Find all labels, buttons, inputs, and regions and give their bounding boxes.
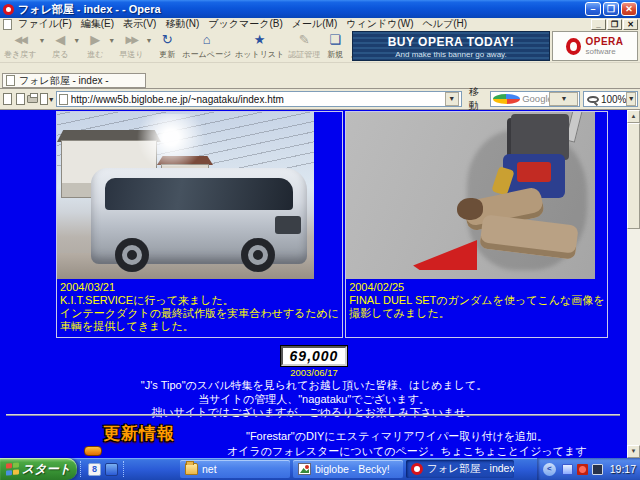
nav-button-partial[interactable] (84, 446, 102, 456)
page-icon (6, 75, 15, 86)
menu-bar: ファイル(F) 編集(E) 表示(V) 移動(N) ブックマーク(B) メール(… (0, 18, 640, 30)
scroll-down-button[interactable]: ▼ (627, 445, 640, 458)
forward-icon: ▶ (90, 32, 100, 48)
rewind-button[interactable]: ◀◀ 巻き戻す (2, 31, 38, 61)
url-history-dropdown[interactable]: ▼ (445, 92, 459, 106)
refresh-icon: ↻ (162, 32, 173, 48)
magnifier-icon (587, 96, 599, 103)
menu-file[interactable]: ファイル(F) (18, 17, 72, 31)
mdi-restore-button[interactable]: ❐ (607, 19, 622, 30)
quicklaunch-app-icon[interactable]: 8 (88, 463, 101, 476)
taskbar-window-opera[interactable]: フォレ部屋 - index- .. (406, 460, 514, 478)
address-bar: ▼ http://www5b.biglobe.ne.jp/~nagataku/i… (0, 89, 640, 110)
opera-logo-icon (566, 38, 581, 55)
mdi-minimize-button[interactable]: _ (591, 19, 606, 30)
system-tray: < 19:17 (537, 458, 640, 480)
fast-forward-icon: ▶▶ (126, 32, 137, 48)
new-page-button[interactable]: ❏ 新規 (322, 31, 348, 61)
update-info-line: "Forestar"のDIYにエスティマリアワイパー取り付けを追加。 (246, 429, 548, 444)
mdi-close-button[interactable]: ✕ (623, 19, 638, 30)
chevron-down-icon[interactable]: ▼ (145, 37, 152, 44)
tray-app-icon[interactable] (577, 464, 588, 475)
zoom-value: 100% (601, 94, 627, 105)
tab-fore-heya[interactable]: フォレ部屋 - index - (2, 73, 146, 88)
zoom-control[interactable]: 100% ▼ (583, 91, 638, 107)
scrollbar-thumb[interactable] (627, 123, 640, 229)
close-button[interactable]: ✕ (621, 2, 637, 16)
search-placeholder: Googleで検索 (522, 93, 549, 106)
back-button[interactable]: ◀ 戻る (47, 31, 73, 61)
menu-edit[interactable]: 編集(E) (81, 17, 114, 31)
menu-window[interactable]: ウィンドウ(W) (346, 17, 413, 31)
main-toolbar: ◀◀ 巻き戻す ▼ ◀ 戻る ▼ ▶ 進む ▼ ▶▶ 早送り ▼ ↻ 更新 (0, 30, 640, 63)
restore-button[interactable]: ❐ (603, 2, 619, 16)
page-dropdown-icon[interactable]: ▼ (40, 91, 55, 107)
print-icon[interactable] (27, 91, 39, 107)
new-page-icon[interactable] (2, 91, 14, 107)
hotlist-button[interactable]: ★ ホットリスト (233, 31, 286, 61)
car-shape (91, 168, 307, 264)
taskbar-window-becky[interactable]: biglobe - Becky! (293, 460, 403, 478)
forward-button[interactable]: ▶ 進む (82, 31, 108, 61)
zoom-dropdown[interactable]: ▼ (626, 92, 636, 106)
taskbar-window-net[interactable]: net (180, 460, 290, 478)
chevron-down-icon[interactable]: ▼ (73, 37, 80, 44)
home-icon: ⌂ (203, 32, 211, 48)
start-label: スタート (22, 461, 71, 478)
folder-icon (185, 463, 198, 475)
photo-post-table: 2004/03/21 K.I.T.SERVICEに行って来ました。 インテークダ… (56, 111, 610, 338)
tray-chevron-icon[interactable]: < (543, 463, 556, 476)
back-icon: ◀ (55, 32, 65, 48)
post-caption: 2004/03/21 K.I.T.SERVICEに行って来ました。 インテークダ… (57, 279, 342, 337)
image-icon (298, 463, 311, 475)
quicklaunch-separator (123, 461, 126, 477)
gundam-photo (346, 112, 595, 279)
tray-app-icon[interactable] (562, 464, 573, 475)
post-cell: 2004/02/25 FINAL DUEL SETのガンダムを使ってこんな画像を… (345, 111, 608, 338)
buy-opera-banner[interactable]: BUY OPERA TODAY! And make this banner go… (352, 31, 550, 61)
web-page-content: 2004/03/21 K.I.T.SERVICEに行って来ました。 インテークダ… (0, 110, 640, 458)
counter-since-date: 2003/06/17 (0, 367, 628, 378)
page-icon (59, 94, 68, 105)
menu-view[interactable]: 表示(V) (123, 17, 156, 31)
mdi-window-controls: _ ❐ ✕ (590, 19, 638, 30)
update-info-line: オイラのフォレスターについてのページ。ちょこちょことイジってます (227, 444, 586, 458)
post-caption: 2004/02/25 FINAL DUEL SETのガンダムを使ってこんな画像を… (346, 279, 607, 324)
scroll-up-button[interactable]: ▲ (627, 110, 640, 123)
post-date: 2004/02/25 (349, 281, 604, 294)
menu-navigation[interactable]: 移動(N) (165, 17, 199, 31)
update-info-heading: 更新情報 (103, 422, 175, 445)
fast-forward-button[interactable]: ▶▶ 早送り (117, 31, 145, 61)
images-toggle-icon[interactable] (15, 91, 27, 107)
refresh-button[interactable]: ↻ 更新 (154, 31, 180, 61)
opera-logo-name: OPERA (585, 37, 623, 47)
chevron-down-icon[interactable]: ▼ (38, 37, 45, 44)
quicklaunch-separator (80, 461, 83, 477)
clock: 19:17 (610, 463, 636, 475)
start-button[interactable]: スタート (0, 458, 77, 480)
opera-icon (411, 463, 423, 475)
new-document-icon: ❏ (329, 32, 341, 48)
quicklaunch-app-icon[interactable] (105, 463, 118, 476)
desktop: フォレ部屋 - index - - Opera – ❐ ✕ ファイル(F) 編集… (0, 0, 640, 480)
vertical-scrollbar[interactable]: ▲ ▼ (627, 110, 640, 458)
opera-software-logo[interactable]: OPERA software (552, 31, 638, 61)
menu-help[interactable]: ヘルプ(H) (423, 17, 468, 31)
rewind-icon: ◀◀ (14, 32, 25, 48)
google-search-field[interactable]: Googleで検索 ▼ (490, 91, 580, 107)
chevron-down-icon[interactable]: ▼ (108, 37, 115, 44)
auth-manager-button[interactable]: ✎ 認証管理 (286, 31, 322, 61)
hit-counter: 69,000 (281, 346, 348, 366)
forester-photo (57, 112, 314, 279)
url-field[interactable]: http://www5b.biglobe.ne.jp/~nagataku/ind… (56, 91, 462, 107)
minimize-button[interactable]: – (585, 2, 601, 16)
menu-bookmarks[interactable]: ブックマーク(B) (208, 17, 283, 31)
windows-taskbar: スタート 8 net biglobe - Becky! フォレ部屋 - inde… (0, 458, 640, 480)
google-icon (493, 94, 520, 104)
search-dropdown[interactable]: ▼ (549, 92, 578, 106)
opera-logo-sub: software (585, 48, 623, 56)
tray-display-icon[interactable] (592, 464, 603, 475)
homepage-button[interactable]: ⌂ ホームページ (180, 31, 233, 61)
menu-mail[interactable]: メール(M) (292, 17, 337, 31)
document-icon (3, 19, 12, 30)
